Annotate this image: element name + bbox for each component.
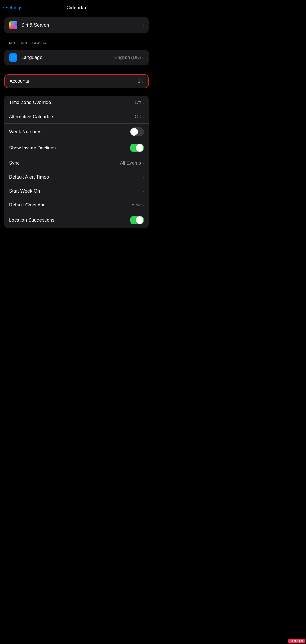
- siri-section: Siri & Search ›: [4, 17, 149, 33]
- settings-row-label-5: Default Alert Times: [9, 174, 143, 180]
- toggle-8[interactable]: [130, 216, 144, 224]
- settings-row-label-0: Time Zone Override: [9, 100, 135, 105]
- accounts-value: 1: [138, 79, 140, 84]
- settings-row-1[interactable]: Alternative CalendarsOff›: [4, 110, 149, 123]
- settings-row-8[interactable]: Location Suggestions: [4, 212, 149, 228]
- settings-row-value-0: Off: [135, 100, 141, 105]
- header: ‹ Settings Calendar: [0, 0, 153, 15]
- page-title: Calendar: [66, 5, 87, 11]
- settings-row-3[interactable]: Show Invitee Declines: [4, 140, 149, 156]
- accounts-label: Accounts: [10, 79, 138, 84]
- accounts-chevron-icon: ›: [142, 79, 143, 84]
- globe-icon: 🌐: [9, 53, 17, 62]
- back-label: Settings: [5, 5, 22, 11]
- spacer-1: [0, 33, 153, 37]
- language-label: Language: [21, 55, 114, 60]
- toggle-knob-3: [136, 144, 143, 152]
- settings-row-label-1: Alternative Calendars: [9, 114, 135, 120]
- settings-chevron-7: ›: [143, 203, 144, 207]
- language-chevron-icon: ›: [143, 55, 144, 60]
- spacer-4: [0, 228, 153, 232]
- settings-chevron-4: ›: [143, 161, 144, 165]
- siri-search-row[interactable]: Siri & Search ›: [4, 17, 149, 33]
- language-section: 🌐 Language English (UK) ›: [4, 50, 149, 65]
- toggle-3[interactable]: [130, 144, 144, 152]
- settings-row-label-7: Default Calendar: [9, 202, 128, 208]
- settings-row-4[interactable]: SyncAll Events›: [4, 156, 149, 170]
- settings-chevron-5: ›: [143, 175, 144, 179]
- settings-row-label-4: Sync: [9, 160, 120, 166]
- settings-row-label-3: Show Invitee Declines: [9, 145, 130, 151]
- settings-row-label-6: Start Week On: [9, 188, 143, 194]
- settings-chevron-1: ›: [143, 114, 144, 119]
- siri-icon-inner: [11, 23, 16, 28]
- accounts-row[interactable]: Accounts 1 ›: [4, 74, 149, 88]
- settings-row-6[interactable]: Start Week On›: [4, 184, 149, 198]
- language-row[interactable]: 🌐 Language English (UK) ›: [4, 50, 149, 65]
- settings-row-2[interactable]: Week Numbers: [4, 123, 149, 140]
- toggle-2[interactable]: [130, 127, 144, 136]
- settings-group: Time Zone OverrideOff›Alternative Calend…: [4, 96, 149, 228]
- settings-row-value-1: Off: [135, 114, 141, 120]
- preferred-language-section-label: PREFERRED LANGUAGE: [4, 37, 149, 47]
- settings-chevron-0: ›: [143, 100, 144, 105]
- settings-row-0[interactable]: Time Zone OverrideOff›: [4, 96, 149, 110]
- settings-row-7[interactable]: Default CalendarHome›: [4, 198, 149, 212]
- toggle-knob-2: [130, 128, 138, 136]
- accounts-section: Accounts 1 ›: [4, 74, 149, 88]
- spacer-3: [0, 88, 153, 93]
- settings-chevron-6: ›: [143, 189, 144, 193]
- settings-row-label-2: Week Numbers: [9, 129, 130, 135]
- siri-icon: [9, 21, 17, 29]
- settings-row-5[interactable]: Default Alert Times›: [4, 170, 149, 184]
- siri-chevron-icon: ›: [143, 23, 144, 28]
- settings-row-value-7: Home: [128, 202, 141, 208]
- back-button[interactable]: ‹ Settings: [2, 5, 22, 11]
- settings-row-value-4: All Events: [120, 160, 141, 166]
- settings-row-label-8: Location Suggestions: [9, 217, 130, 223]
- language-value: English (UK): [114, 55, 141, 60]
- siri-search-label: Siri & Search: [21, 22, 143, 28]
- back-chevron-icon: ‹: [2, 5, 4, 11]
- spacer-2: [0, 65, 153, 70]
- toggle-knob-8: [136, 216, 143, 224]
